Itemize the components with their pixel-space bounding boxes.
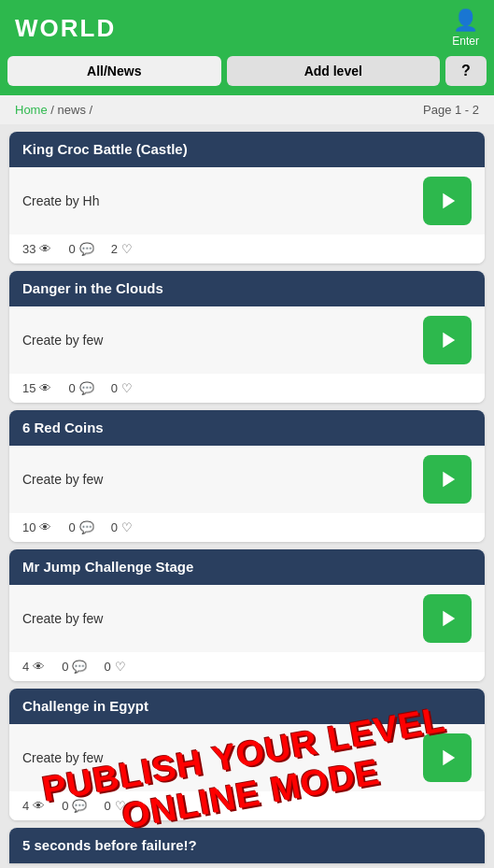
breadcrumb: Home / news / Page 1 - 2 — [0, 95, 494, 124]
card-footer-3: 4 👁 0 💬 0 ♡ — [9, 652, 485, 681]
card-footer-0: 33 👁 0 💬 2 ♡ — [9, 235, 485, 263]
arrow-right-icon-0 — [434, 188, 460, 214]
card-title-2: 6 Red Coins — [22, 420, 104, 435]
card-1: Danger in the Clouds Create by few 15 👁 … — [9, 271, 485, 403]
eye-icon-2: 👁 — [39, 520, 51, 534]
card-footer-1: 15 👁 0 💬 0 ♡ — [9, 374, 485, 403]
heart-icon-1: ♡ — [121, 381, 133, 395]
user-icon: 👤 — [453, 8, 478, 33]
card-0: King Croc Battle (Castle) Create by Hh 3… — [9, 132, 485, 263]
card-enter-btn-0[interactable] — [423, 177, 472, 225]
card-likes-0: 2 ♡ — [111, 242, 133, 256]
card-likes-4: 0 ♡ — [104, 799, 125, 813]
breadcrumb-left: Home / news / — [15, 103, 92, 117]
eye-icon-4: 👁 — [33, 799, 45, 813]
card-views-0: 33 👁 — [22, 242, 51, 256]
card-comments-4: 0 💬 — [62, 799, 87, 813]
card-likes-2: 0 ♡ — [111, 520, 133, 534]
breadcrumb-sep2: / — [90, 103, 93, 117]
card-views-2: 10 👁 — [22, 520, 51, 534]
card-title-0: King Croc Battle (Castle) — [22, 141, 188, 157]
card-comments-1: 0 💬 — [68, 381, 93, 395]
card-author-3: Create by few — [22, 611, 103, 626]
nav-tabs: All/News Add level ? — [0, 56, 494, 95]
comment-icon-1: 💬 — [79, 381, 94, 395]
heart-icon-2: ♡ — [121, 520, 133, 534]
card-title-partial: 5 seconds before failure!? — [22, 837, 197, 853]
card-body-1: Create by few — [9, 306, 485, 374]
heart-icon-0: ♡ — [121, 242, 133, 256]
comment-icon-0: 💬 — [79, 242, 94, 256]
card-title-4: Challenge in Egypt — [22, 698, 148, 714]
card-3: Mr Jump Challenge Stage Create by few 4 … — [9, 549, 485, 681]
card-enter-btn-2[interactable] — [423, 455, 472, 504]
comment-icon-2: 💬 — [79, 520, 94, 534]
card-4: Challenge in Egypt Create by few 4 👁 0 💬… — [9, 689, 485, 820]
card-header-partial: 5 seconds before failure!? — [9, 828, 485, 863]
card-views-1: 15 👁 — [22, 381, 51, 395]
app-title: WORLD — [15, 14, 116, 43]
enter-button[interactable]: 👤 Enter — [452, 8, 479, 48]
tab-allnews[interactable]: All/News — [7, 56, 221, 86]
tab-help[interactable]: ? — [445, 56, 487, 86]
card-comments-3: 0 💬 — [62, 660, 87, 674]
arrow-right-icon-4 — [434, 745, 460, 771]
card-partial: 5 seconds before failure!? — [9, 828, 485, 863]
arrow-right-icon-1 — [434, 327, 460, 353]
eye-icon-1: 👁 — [39, 381, 51, 395]
card-title-3: Mr Jump Challenge Stage — [22, 559, 193, 575]
main-content: King Croc Battle (Castle) Create by Hh 3… — [0, 124, 494, 868]
card-2: 6 Red Coins Create by few 10 👁 0 💬 0 ♡ — [9, 410, 485, 542]
heart-icon-4: ♡ — [115, 799, 126, 813]
card-comments-0: 0 💬 — [68, 242, 93, 256]
card-comments-2: 0 💬 — [68, 520, 93, 534]
card-header-1: Danger in the Clouds — [9, 271, 485, 306]
card-likes-1: 0 ♡ — [111, 381, 133, 395]
card-author-1: Create by few — [22, 333, 103, 348]
tab-addlevel[interactable]: Add level — [227, 56, 441, 86]
breadcrumb-sep1: / — [50, 103, 57, 117]
card-body-3: Create by few — [9, 585, 485, 652]
card-header-4: Challenge in Egypt — [9, 689, 485, 724]
eye-icon-0: 👁 — [39, 242, 51, 256]
eye-icon-3: 👁 — [33, 660, 45, 674]
card-enter-btn-3[interactable] — [423, 594, 472, 643]
arrow-right-icon-3 — [434, 605, 460, 632]
breadcrumb-home[interactable]: Home — [15, 103, 48, 117]
card-body-0: Create by Hh — [9, 167, 485, 235]
breadcrumb-news: news — [58, 103, 86, 117]
card-title-1: Danger in the Clouds — [22, 280, 163, 296]
card-views-3: 4 👁 — [22, 660, 45, 674]
heart-icon-3: ♡ — [115, 660, 126, 674]
comment-icon-3: 💬 — [72, 660, 87, 674]
card-body-2: Create by few — [9, 446, 485, 513]
card-footer-2: 10 👁 0 💬 0 ♡ — [9, 513, 485, 542]
card-enter-btn-1[interactable] — [423, 316, 472, 364]
card-header-0: King Croc Battle (Castle) — [9, 132, 485, 167]
card-enter-btn-4[interactable] — [423, 733, 472, 782]
card-likes-3: 0 ♡ — [104, 660, 125, 674]
card-author-0: Create by Hh — [22, 193, 99, 208]
card-author-4: Create by few — [22, 750, 103, 765]
card-author-2: Create by few — [22, 472, 103, 487]
arrow-right-icon-2 — [434, 466, 460, 492]
card-footer-4: 4 👁 0 💬 0 ♡ — [9, 791, 485, 820]
card-body-4: Create by few — [9, 724, 485, 791]
card-header-3: Mr Jump Challenge Stage — [9, 549, 485, 585]
card-views-4: 4 👁 — [22, 799, 45, 813]
breadcrumb-page: Page 1 - 2 — [423, 103, 479, 117]
card-header-2: 6 Red Coins — [9, 410, 485, 446]
enter-label: Enter — [452, 35, 479, 48]
comment-icon-4: 💬 — [72, 799, 87, 813]
app-header: WORLD 👤 Enter — [0, 0, 494, 56]
